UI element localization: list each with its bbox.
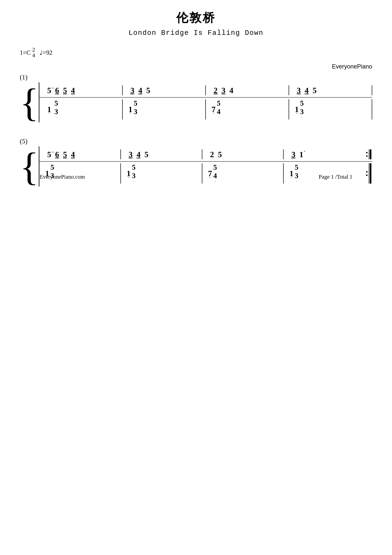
chord-5b: 5 [134,99,137,108]
note-6-2: 6 [55,150,59,159]
bass-meas-2-2: 1· 5 3 · [121,163,202,183]
note-4d: 4 [305,86,309,95]
note-3: 3 [130,86,134,95]
chord-53-2-4: 5 3 · [295,163,298,183]
bass-1-2: 1· [128,105,132,114]
treble-meas-2-4: 3 1· [284,150,365,159]
section-1: (1) { 5 6 5 4 [20,73,372,123]
note-2: 2 [214,86,218,95]
rep-thick-treble [370,149,371,159]
meta-info: 1=C 2 4 ♩=92 [20,47,372,58]
note-1dot: 1· [299,150,303,159]
treble-meas-2-1: 5 6 5 4 [39,150,120,159]
note-6: 6 [55,86,59,95]
bass-meas-2-3: 7· 5 4 · [202,163,283,183]
chord-53-4: 5 3 · [300,99,304,119]
bass-meas-1-3: 7· 5 4 · [206,99,288,119]
bass-meas-1-4: 1· 5 3 · [289,99,372,119]
score-page: 伦敦桥 London Bridge Is Falling Down 1=C 2 … [20,10,372,187]
chord-3: 3 [54,108,58,116]
repeat-dots-treble [365,149,368,159]
title-english: London Bridge Is Falling Down [20,29,372,37]
repeat-end-bass [365,163,372,183]
end-barline-treble-1 [372,85,372,95]
note-4: 4 [71,86,75,95]
note-5-2b: 5 [144,150,149,159]
chord-5f: 5 [214,163,217,172]
treble-row-2: 5 6 5 4 3 4 5 [39,146,372,161]
bass-meas-2-1: 1· 5 3 · [39,163,120,183]
note-4-2: 4 [71,150,75,159]
note-2-2: 2 [210,150,214,159]
bass-1-1: 1· [47,105,51,114]
brace-2: { [20,146,39,187]
brace-1: { [20,82,39,123]
chord-3d: 3 [300,108,304,116]
treble-meas-1-2: 3 4 5 [123,86,205,95]
section-2-label: (5) [20,137,372,145]
chord-5: 5 [54,99,58,108]
note-3b: 3 [221,86,225,95]
combined-staff-2: { 5 6 5 4 [20,146,372,187]
rep-thick-bass [370,163,371,183]
bass-meas-1-2: 1· 5 3 · [123,99,205,119]
footer: EveryonePiano.com Page 1 /Total 1 [40,174,352,180]
bass-end-barline [372,99,372,119]
note-5-2: 5 [63,150,67,159]
bass-1-4: 1· [295,105,299,114]
chord-5g: 5 [295,163,298,172]
rep-thin-bass [369,163,369,183]
section-1-label: (1) [20,73,372,81]
chord-53-2-1: 5 3 · [50,163,54,183]
note-5b: 5 [146,86,150,95]
key-label: 1=C [20,49,31,56]
tempo: ♩=92 [38,49,52,56]
chord-54: 5 4 · [217,99,221,119]
treble-meas-1-3: 2 3 4 [206,86,288,95]
footer-right: Page 1 /Total 1 [319,174,352,180]
treble-meas-1-4: 3 4 5 [289,86,372,95]
note-4c: 4 [229,86,233,95]
note-5dot-2: 5 [47,150,51,159]
note-3-2: 3 [129,150,133,159]
combined-staff-1: { 5 6 5 4 [20,82,372,123]
note-4-2b: 4 [136,150,141,159]
time-top: 2 [32,47,35,52]
chord-53-2: 5 3 · [134,99,137,119]
chord-4: 4 [217,108,221,116]
note-5c: 5 [313,86,317,95]
chord-5e: 5 [132,163,135,172]
note-5-2c: 5 [218,150,222,159]
note-4b: 4 [138,86,142,95]
time-signature: 2 4 [32,47,35,58]
staff-inner-2: 5 6 5 4 3 4 5 [39,146,372,187]
note-5dot: 5 [47,86,51,95]
bass-row-1: 1· 5 3 · 1· [39,97,372,123]
brace-wrap-1: { [20,82,39,123]
chord-53-1: 5 3 · [54,99,58,119]
chord-54-2: 5 4 · [214,163,217,183]
rep-thin-treble [369,149,369,159]
chord-5-2: 5 [50,163,54,172]
source-label: EveryonePiano [20,63,372,70]
footer-left: EveryonePiano.com [40,174,85,180]
staff-inner-1: 5 6 5 4 3 4 5 [39,82,372,123]
bass-meas-2-4: 1· 5 3 · [284,163,365,183]
brace-wrap-2: { [20,146,39,187]
chord-5c: 5 [217,99,221,108]
chord-53-2-2: 5 3 · [132,163,135,183]
treble-meas-2-2: 3 4 5 [121,150,202,159]
chord-3b: 3 [134,108,137,116]
bass-meas-1-1: 1· 5 3 · [39,99,122,119]
time-bottom: 4 [32,52,35,58]
treble-meas-2-3: 2 5 [202,150,283,159]
treble-meas-1-1: 5 6 5 4 [39,86,122,95]
note-3-2d: 3 [291,150,295,159]
title-chinese: 伦敦桥 [20,10,372,26]
repeat-end-treble [365,149,372,159]
treble-row-1: 5 6 5 4 3 4 5 [39,82,372,97]
bass-7: 7· [212,105,215,114]
repeat-dots-bass [365,163,368,183]
note-3c: 3 [297,86,301,95]
staff-block-2: 5 6 5 4 3 4 5 [39,146,372,187]
